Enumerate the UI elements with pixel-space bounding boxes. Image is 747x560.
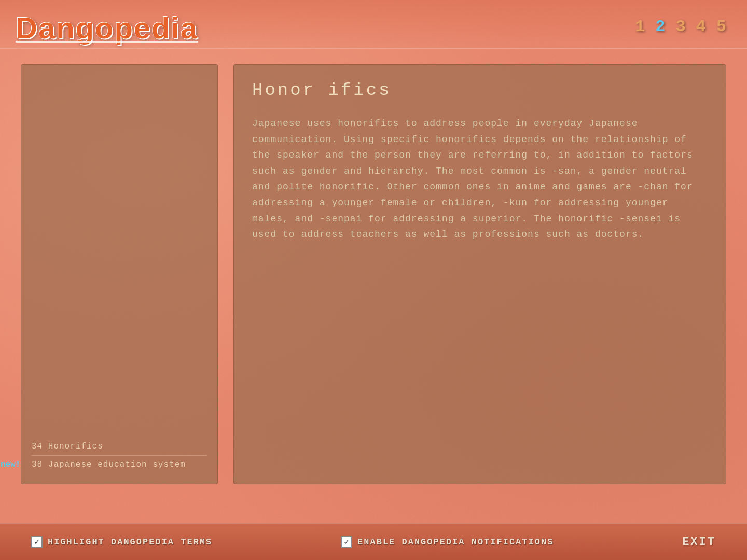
enable-label: ENABLE DANGOPEDIA NOTIFICATIONS	[357, 537, 554, 547]
new-badge: new!	[1, 460, 20, 469]
nav-item-2[interactable]: 2	[655, 17, 665, 36]
left-panel: 34 Honorifics new! 38 Japanese education…	[21, 64, 218, 484]
logo-underline	[16, 41, 198, 43]
nav-item-5[interactable]: 5	[716, 17, 726, 36]
highlight-check-icon: ✓	[34, 537, 39, 547]
article-body: Japanese uses honorifics to address peop…	[252, 116, 708, 243]
logo-container: Dangopedia	[16, 10, 198, 43]
nav-item-3[interactable]: 3	[675, 17, 685, 36]
highlight-checkbox[interactable]: ✓	[31, 536, 43, 548]
header: Dangopedia 1 2 3 4 5	[0, 0, 747, 49]
list: 34 Honorifics new! 38 Japanese education…	[32, 438, 207, 473]
list-item-38-label: 38 Japanese education system	[32, 460, 186, 469]
highlight-label: HIGHLIGHT DANGOPEDIA TERMS	[48, 537, 212, 547]
right-panel: Honor ifics Japanese uses honorifics to …	[233, 64, 726, 484]
nav-item-4[interactable]: 4	[696, 17, 706, 36]
enable-check-icon: ✓	[344, 537, 349, 547]
exit-button[interactable]: EXIT	[682, 536, 716, 549]
main-content: 34 Honorifics new! 38 Japanese education…	[0, 49, 747, 500]
article-title: Honor ifics	[252, 80, 708, 100]
list-item-34[interactable]: 34 Honorifics	[32, 438, 207, 456]
list-item-34-label: 34 Honorifics	[32, 442, 103, 451]
enable-checkbox[interactable]: ✓	[341, 536, 352, 548]
list-item-38[interactable]: new! 38 Japanese education system	[32, 456, 207, 473]
enable-option[interactable]: ✓ ENABLE DANGOPEDIA NOTIFICATIONS	[341, 536, 554, 548]
nav-numbers: 1 2 3 4 5	[635, 17, 726, 36]
bottom-bar: ✓ HIGHLIGHT DANGOPEDIA TERMS ✓ ENABLE DA…	[0, 523, 747, 560]
nav-item-1[interactable]: 1	[635, 17, 645, 36]
logo[interactable]: Dangopedia	[16, 10, 198, 45]
highlight-option[interactable]: ✓ HIGHLIGHT DANGOPEDIA TERMS	[31, 536, 212, 548]
